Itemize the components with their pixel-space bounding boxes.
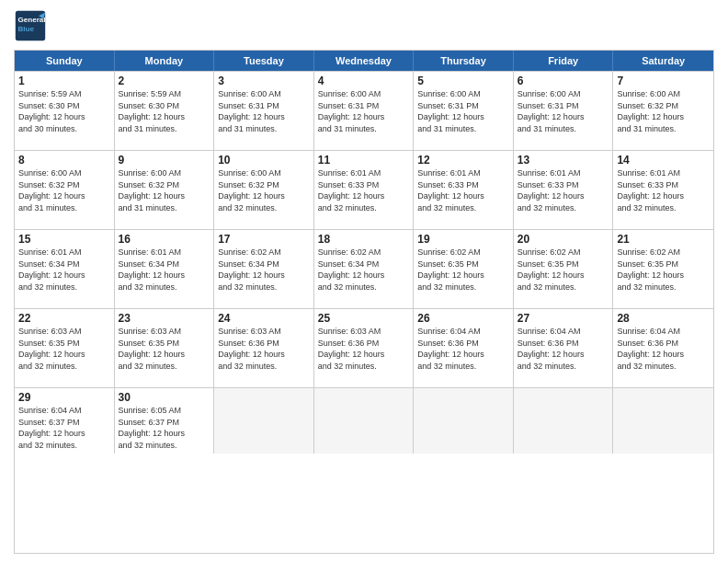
calendar-header: SundayMondayTuesdayWednesdayThursdayFrid… <box>15 51 713 71</box>
cal-cell: 22Sunrise: 6:03 AM Sunset: 6:35 PM Dayli… <box>15 309 115 387</box>
day-number: 7 <box>617 75 710 87</box>
cal-cell: 2Sunrise: 5:59 AM Sunset: 6:30 PM Daylig… <box>115 72 215 150</box>
day-number: 8 <box>18 154 110 167</box>
day-number: 23 <box>119 312 210 325</box>
cal-cell: 23Sunrise: 6:03 AM Sunset: 6:35 PM Dayli… <box>115 309 215 387</box>
day-info: Sunrise: 6:00 AM Sunset: 6:31 PM Dayligh… <box>417 88 509 134</box>
header: General Blue <box>14 9 714 42</box>
day-info: Sunrise: 6:00 AM Sunset: 6:31 PM Dayligh… <box>518 88 609 134</box>
day-number: 22 <box>18 312 110 325</box>
cal-cell: 15Sunrise: 6:01 AM Sunset: 6:34 PM Dayli… <box>15 230 115 308</box>
day-info: Sunrise: 6:01 AM Sunset: 6:33 PM Dayligh… <box>518 167 609 213</box>
day-number: 24 <box>218 312 310 325</box>
cal-cell: 28Sunrise: 6:04 AM Sunset: 6:36 PM Dayli… <box>613 309 713 387</box>
day-info: Sunrise: 6:02 AM Sunset: 6:34 PM Dayligh… <box>318 247 410 293</box>
day-number: 28 <box>617 312 710 325</box>
cal-cell: 13Sunrise: 6:01 AM Sunset: 6:33 PM Dayli… <box>514 151 614 229</box>
cal-cell: 16Sunrise: 6:01 AM Sunset: 6:34 PM Dayli… <box>115 230 215 308</box>
day-info: Sunrise: 6:05 AM Sunset: 6:37 PM Dayligh… <box>119 405 210 451</box>
cal-cell: 30Sunrise: 6:05 AM Sunset: 6:37 PM Dayli… <box>115 388 215 454</box>
day-header-tuesday: Tuesday <box>214 51 314 71</box>
day-info: Sunrise: 6:01 AM Sunset: 6:33 PM Dayligh… <box>617 167 710 213</box>
cal-cell: 18Sunrise: 6:02 AM Sunset: 6:34 PM Dayli… <box>314 230 415 308</box>
day-number: 11 <box>318 154 410 167</box>
day-info: Sunrise: 6:00 AM Sunset: 6:31 PM Dayligh… <box>318 88 410 134</box>
day-info: Sunrise: 5:59 AM Sunset: 6:30 PM Dayligh… <box>119 88 210 134</box>
cal-cell: 11Sunrise: 6:01 AM Sunset: 6:33 PM Dayli… <box>314 151 415 229</box>
day-header-monday: Monday <box>115 51 215 71</box>
cal-cell: 24Sunrise: 6:03 AM Sunset: 6:36 PM Dayli… <box>214 309 314 387</box>
day-header-friday: Friday <box>514 51 614 71</box>
cal-week-row: 15Sunrise: 6:01 AM Sunset: 6:34 PM Dayli… <box>15 229 713 308</box>
day-number: 12 <box>417 154 509 167</box>
day-number: 21 <box>617 233 710 246</box>
cal-week-row: 8Sunrise: 6:00 AM Sunset: 6:32 PM Daylig… <box>15 150 713 229</box>
day-info: Sunrise: 6:01 AM Sunset: 6:34 PM Dayligh… <box>119 247 210 293</box>
day-number: 19 <box>417 233 509 246</box>
day-number: 4 <box>318 75 410 87</box>
cal-week-row: 29Sunrise: 6:04 AM Sunset: 6:37 PM Dayli… <box>15 387 713 454</box>
day-info: Sunrise: 5:59 AM Sunset: 6:30 PM Dayligh… <box>18 88 110 134</box>
day-info: Sunrise: 6:03 AM Sunset: 6:35 PM Dayligh… <box>119 326 210 372</box>
day-number: 16 <box>119 233 210 246</box>
cal-cell: 19Sunrise: 6:02 AM Sunset: 6:35 PM Dayli… <box>414 230 514 308</box>
cal-cell: 17Sunrise: 6:02 AM Sunset: 6:34 PM Dayli… <box>214 230 314 308</box>
day-info: Sunrise: 6:03 AM Sunset: 6:36 PM Dayligh… <box>218 326 310 372</box>
day-number: 10 <box>218 154 310 167</box>
day-number: 3 <box>218 75 310 87</box>
cal-cell: 5Sunrise: 6:00 AM Sunset: 6:31 PM Daylig… <box>414 72 514 150</box>
cal-cell <box>214 388 314 454</box>
cal-cell: 3Sunrise: 6:00 AM Sunset: 6:31 PM Daylig… <box>214 72 314 150</box>
day-info: Sunrise: 6:00 AM Sunset: 6:32 PM Dayligh… <box>18 167 110 213</box>
cal-cell: 8Sunrise: 6:00 AM Sunset: 6:32 PM Daylig… <box>15 151 115 229</box>
day-number: 25 <box>318 312 410 325</box>
cal-cell: 27Sunrise: 6:04 AM Sunset: 6:36 PM Dayli… <box>514 309 614 387</box>
cal-cell: 14Sunrise: 6:01 AM Sunset: 6:33 PM Dayli… <box>613 151 713 229</box>
day-number: 2 <box>119 75 210 87</box>
cal-cell: 29Sunrise: 6:04 AM Sunset: 6:37 PM Dayli… <box>15 388 115 454</box>
day-info: Sunrise: 6:01 AM Sunset: 6:33 PM Dayligh… <box>417 167 509 213</box>
day-info: Sunrise: 6:01 AM Sunset: 6:33 PM Dayligh… <box>318 167 410 213</box>
calendar-body: 1Sunrise: 5:59 AM Sunset: 6:30 PM Daylig… <box>15 71 713 454</box>
day-header-sunday: Sunday <box>15 51 115 71</box>
day-info: Sunrise: 6:03 AM Sunset: 6:36 PM Dayligh… <box>318 326 410 372</box>
day-number: 18 <box>318 233 410 246</box>
cal-cell: 10Sunrise: 6:00 AM Sunset: 6:32 PM Dayli… <box>214 151 314 229</box>
day-header-saturday: Saturday <box>613 51 713 71</box>
cal-cell: 25Sunrise: 6:03 AM Sunset: 6:36 PM Dayli… <box>314 309 415 387</box>
day-info: Sunrise: 6:02 AM Sunset: 6:35 PM Dayligh… <box>417 247 509 293</box>
cal-week-row: 1Sunrise: 5:59 AM Sunset: 6:30 PM Daylig… <box>15 71 713 150</box>
day-info: Sunrise: 6:03 AM Sunset: 6:35 PM Dayligh… <box>18 326 110 372</box>
day-info: Sunrise: 6:01 AM Sunset: 6:34 PM Dayligh… <box>18 247 110 293</box>
logo: General Blue <box>14 9 47 42</box>
cal-cell: 6Sunrise: 6:00 AM Sunset: 6:31 PM Daylig… <box>514 72 614 150</box>
cal-cell: 9Sunrise: 6:00 AM Sunset: 6:32 PM Daylig… <box>115 151 215 229</box>
day-number: 20 <box>518 233 609 246</box>
cal-cell: 21Sunrise: 6:02 AM Sunset: 6:35 PM Dayli… <box>613 230 713 308</box>
cal-week-row: 22Sunrise: 6:03 AM Sunset: 6:35 PM Dayli… <box>15 308 713 387</box>
day-number: 5 <box>417 75 509 87</box>
day-info: Sunrise: 6:02 AM Sunset: 6:35 PM Dayligh… <box>617 247 710 293</box>
day-number: 29 <box>18 391 110 404</box>
day-number: 15 <box>18 233 110 246</box>
day-info: Sunrise: 6:00 AM Sunset: 6:32 PM Dayligh… <box>617 88 710 134</box>
day-number: 17 <box>218 233 310 246</box>
cal-cell: 7Sunrise: 6:00 AM Sunset: 6:32 PM Daylig… <box>613 72 713 150</box>
calendar: SundayMondayTuesdayWednesdayThursdayFrid… <box>14 50 714 554</box>
day-header-wednesday: Wednesday <box>314 51 415 71</box>
day-info: Sunrise: 6:00 AM Sunset: 6:32 PM Dayligh… <box>218 167 310 213</box>
cal-cell <box>613 388 713 454</box>
cal-cell <box>514 388 614 454</box>
day-number: 1 <box>18 75 110 87</box>
day-number: 30 <box>119 391 210 404</box>
cal-cell: 1Sunrise: 5:59 AM Sunset: 6:30 PM Daylig… <box>15 72 115 150</box>
cal-cell <box>314 388 415 454</box>
day-info: Sunrise: 6:04 AM Sunset: 6:36 PM Dayligh… <box>417 326 509 372</box>
day-number: 9 <box>119 154 210 167</box>
day-header-thursday: Thursday <box>414 51 514 71</box>
cal-cell: 20Sunrise: 6:02 AM Sunset: 6:35 PM Dayli… <box>514 230 614 308</box>
day-number: 14 <box>617 154 710 167</box>
day-number: 6 <box>518 75 609 87</box>
svg-text:Blue: Blue <box>18 25 35 33</box>
day-number: 27 <box>518 312 609 325</box>
